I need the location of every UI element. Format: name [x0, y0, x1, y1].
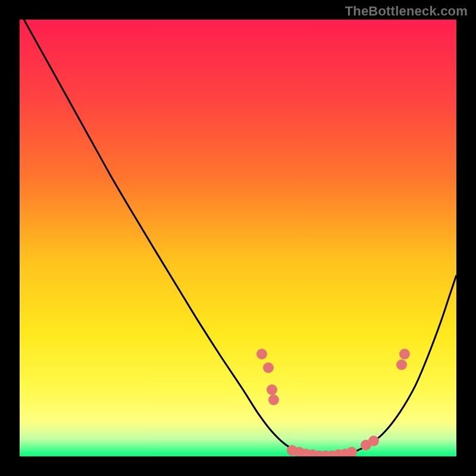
highlight-dot — [368, 436, 379, 446]
highlight-dot — [399, 349, 410, 359]
chart-stage: TheBottleneck.com — [0, 0, 476, 476]
highlight-dot — [256, 349, 267, 359]
highlight-dot — [396, 359, 407, 370]
highlight-dot — [268, 394, 279, 405]
bottleneck-curve — [20, 20, 456, 456]
highlight-dot — [346, 447, 357, 456]
plot-area — [20, 20, 456, 456]
highlight-dot — [267, 384, 277, 395]
watermark-label: TheBottleneck.com — [345, 4, 468, 19]
curve-path — [24, 20, 456, 456]
highlight-dot — [263, 362, 274, 373]
